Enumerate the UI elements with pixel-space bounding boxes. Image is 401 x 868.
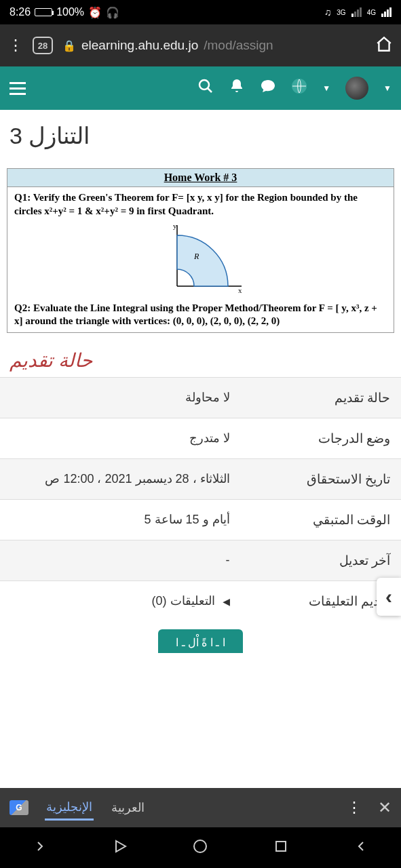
chevron-down-icon: ▼: [322, 83, 330, 93]
svg-text:R: R: [193, 252, 199, 261]
tab-switcher-button[interactable]: 28: [33, 37, 53, 54]
status-bar: 8:26 100% ⏰ 🎧 ♫ 3G 4G: [0, 0, 401, 24]
side-drawer-toggle[interactable]: ‹: [377, 578, 401, 616]
add-submission-button[interactable]: ا ـ ا ةً اْل ـ ا: [158, 629, 243, 653]
notifications-button[interactable]: [229, 78, 245, 98]
lang-arabic-tab[interactable]: العربية: [110, 796, 146, 819]
google-translate-icon[interactable]: G: [9, 800, 28, 815]
submission-status-table: حالة تقديم لا محاولة وضع الدرجات لا متدر…: [0, 377, 401, 621]
globe-button[interactable]: [291, 78, 307, 98]
url-host: elearning.ahu.edu.jo: [81, 38, 198, 53]
alarm-icon: ⏰: [88, 6, 102, 19]
nav-back-button[interactable]: [112, 838, 128, 857]
translate-menu-button[interactable]: ⋮: [347, 799, 362, 816]
status-value: لا محاولة: [0, 377, 241, 418]
system-nav-bar: [0, 827, 401, 868]
svg-text:y: y: [173, 222, 177, 230]
table-row: آخر تعديل -: [0, 540, 401, 580]
net-3g-label: 3G: [337, 9, 345, 16]
comments-toggle[interactable]: ▶ التعليقات (0): [152, 594, 230, 608]
page-content: التنازل 3 Home Work # 3 Q1: Verify the G…: [0, 110, 401, 788]
svg-point-0: [199, 80, 209, 90]
table-row: وضع الدرجات لا متدرج: [0, 418, 401, 458]
remaining-label: الوقت المتبقي: [241, 499, 401, 540]
svg-text:x: x: [238, 286, 242, 294]
lock-icon: 🔒: [62, 39, 76, 52]
grade-label: وضع الدرجات: [241, 418, 401, 458]
translate-bar: G الإنجليزية العربية ⋮ ✕: [0, 788, 401, 827]
home-button[interactable]: [375, 35, 393, 56]
status-label: حالة تقديم: [241, 377, 401, 418]
submission-section-title: حالة تقديم: [0, 340, 401, 377]
svg-rect-10: [276, 842, 286, 851]
translate-close-button[interactable]: ✕: [378, 798, 392, 817]
svg-point-9: [194, 840, 206, 852]
due-value: الثلاثاء ، 28 ديسمبر 2021 ، 12:00 ص: [0, 458, 241, 499]
messages-button[interactable]: [260, 78, 276, 98]
signal-1-icon: [351, 7, 362, 17]
svg-line-1: [208, 88, 212, 92]
region-diagram: y x R: [14, 222, 387, 300]
address-bar[interactable]: 🔒 elearning.ahu.edu.jo/mod/assign: [62, 38, 366, 53]
homework-card: Home Work # 3 Q1: Verify the Green's The…: [7, 168, 394, 333]
question-1: Q1: Verify the Green's Theorem for F= [x…: [14, 191, 387, 218]
table-row: تاريخ الاستحقاق الثلاثاء ، 28 ديسمبر 202…: [0, 458, 401, 499]
battery-percent: 100%: [56, 6, 84, 18]
music-icon: ♫: [324, 7, 332, 18]
page-title: التنازل 3: [0, 110, 401, 156]
search-button[interactable]: [197, 78, 214, 98]
signal-2-icon: [381, 7, 392, 17]
avatar[interactable]: [345, 77, 368, 100]
url-path: /mod/assign: [204, 38, 273, 53]
menu-button[interactable]: [9, 82, 26, 95]
remaining-value: أيام و 15 ساعة 5: [0, 499, 241, 540]
net-4g-label: 4G: [367, 9, 376, 16]
question-2: Q2: Evaluate the Line Integral using the…: [14, 302, 387, 328]
svg-marker-8: [116, 841, 126, 852]
grade-value: لا متدرج: [0, 418, 241, 458]
app-header: ▼ ▼: [0, 66, 401, 110]
chevron-down-icon: ▼: [383, 83, 392, 93]
table-row: الوقت المتبقي أيام و 15 ساعة 5: [0, 499, 401, 540]
table-row: حالة تقديم لا محاولة: [0, 377, 401, 418]
homework-header: Home Work # 3: [7, 169, 394, 187]
caret-left-icon: ▶: [223, 596, 230, 607]
headset-icon: 🎧: [106, 6, 119, 19]
browser-bar: ⋮ 28 🔒 elearning.ahu.edu.jo/mod/assign: [0, 24, 401, 66]
modified-value: -: [0, 540, 241, 580]
comments-count: التعليقات (0): [152, 594, 215, 608]
battery-icon: [35, 8, 52, 16]
lang-english-tab[interactable]: الإنجليزية: [45, 795, 94, 821]
nav-recents-button[interactable]: [273, 838, 289, 857]
clock: 8:26: [9, 6, 31, 18]
due-label: تاريخ الاستحقاق: [241, 458, 401, 499]
nav-home-button[interactable]: [192, 838, 208, 857]
nav-expand-button[interactable]: [32, 838, 48, 857]
modified-label: آخر تعديل: [241, 540, 401, 580]
browser-menu-button[interactable]: ⋮: [8, 37, 23, 54]
table-row: تقديم التعليقات ▶ التعليقات (0): [0, 580, 401, 621]
nav-collapse-button[interactable]: [353, 838, 369, 857]
